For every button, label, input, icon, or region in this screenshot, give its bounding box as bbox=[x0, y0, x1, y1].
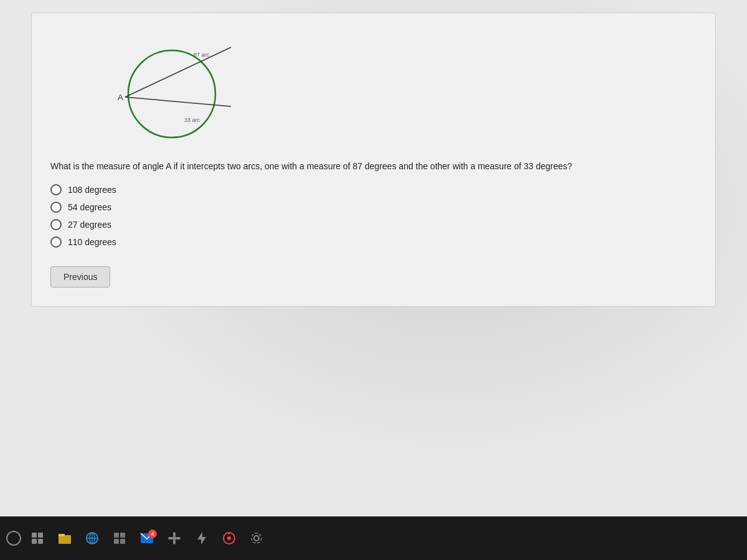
svg-point-25 bbox=[176, 537, 181, 539]
svg-rect-11 bbox=[59, 534, 65, 536]
svg-text:87 arc: 87 arc bbox=[194, 52, 210, 58]
svg-point-30 bbox=[254, 536, 259, 541]
svg-point-31 bbox=[251, 533, 261, 543]
mail-icon[interactable]: 4 bbox=[136, 527, 158, 549]
clock-icon[interactable] bbox=[218, 527, 240, 549]
svg-rect-16 bbox=[114, 533, 119, 538]
svg-rect-17 bbox=[120, 533, 125, 538]
apps-icon[interactable] bbox=[108, 527, 131, 549]
option-1-label: 108 degrees bbox=[68, 185, 116, 195]
main-content: A 87 arc 33 arc What is the measure of a… bbox=[0, 0, 747, 516]
option-3-label: 27 degrees bbox=[68, 220, 111, 230]
mail-badge: 4 bbox=[148, 530, 157, 538]
svg-rect-7 bbox=[38, 533, 43, 538]
svg-rect-6 bbox=[32, 533, 37, 538]
option-1[interactable]: 108 degrees bbox=[50, 184, 697, 195]
svg-point-0 bbox=[128, 50, 215, 138]
svg-point-23 bbox=[173, 539, 176, 544]
previous-button[interactable]: Previous bbox=[50, 266, 110, 287]
option-4-label: 110 degrees bbox=[68, 237, 116, 247]
windows-start-button[interactable] bbox=[6, 531, 21, 546]
svg-text:33 arc: 33 arc bbox=[184, 117, 200, 123]
option-3[interactable]: 27 degrees bbox=[50, 219, 697, 230]
diagram-area: A 87 arc 33 arc bbox=[50, 26, 237, 150]
lightning-icon[interactable] bbox=[190, 527, 213, 549]
taskbar: 4 bbox=[0, 516, 747, 560]
svg-rect-9 bbox=[38, 539, 43, 544]
radio-1[interactable] bbox=[50, 184, 62, 195]
radio-2[interactable] bbox=[50, 202, 62, 213]
geometry-diagram: A 87 arc 33 arc bbox=[50, 26, 237, 150]
radio-3[interactable] bbox=[50, 219, 62, 230]
option-2[interactable]: 54 degrees bbox=[50, 202, 697, 213]
answer-options: 108 degrees 54 degrees 27 degrees 110 de… bbox=[50, 184, 697, 248]
svg-point-24 bbox=[168, 537, 173, 539]
svg-rect-8 bbox=[32, 539, 37, 544]
browser-icon[interactable] bbox=[81, 527, 103, 549]
radio-4[interactable] bbox=[50, 236, 62, 248]
svg-rect-10 bbox=[59, 535, 71, 544]
question-card: A 87 arc 33 arc What is the measure of a… bbox=[31, 12, 716, 307]
svg-rect-18 bbox=[114, 539, 119, 544]
option-4[interactable]: 110 degrees bbox=[50, 236, 697, 248]
svg-text:A: A bbox=[118, 93, 123, 102]
svg-rect-19 bbox=[120, 539, 125, 544]
svg-point-28 bbox=[227, 536, 231, 540]
svg-marker-26 bbox=[197, 532, 206, 544]
settings-icon[interactable] bbox=[245, 527, 268, 549]
question-text: What is the measure of angle A if it int… bbox=[50, 160, 697, 173]
flower-icon[interactable] bbox=[163, 527, 186, 549]
svg-point-22 bbox=[173, 532, 176, 537]
task-view-icon[interactable] bbox=[26, 527, 49, 549]
option-2-label: 54 degrees bbox=[68, 202, 111, 212]
file-explorer-icon[interactable] bbox=[54, 527, 76, 549]
